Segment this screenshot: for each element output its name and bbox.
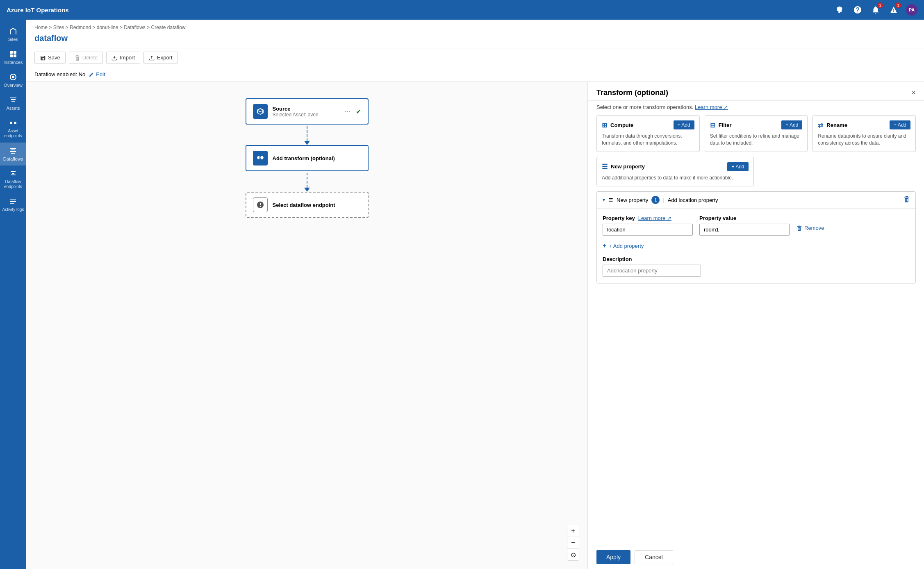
- top-navigation: Azure IoT Operations 1 1 PA: [0, 0, 924, 20]
- import-button[interactable]: Import: [106, 52, 140, 63]
- settings-icon[interactable]: [834, 4, 845, 16]
- apply-label: Apply: [606, 554, 621, 560]
- delete-label: Delete: [82, 54, 98, 61]
- breadcrumb: Home > Sites > Redmond > donut-line > Da…: [26, 20, 924, 32]
- sidebar-item-overview[interactable]: Overview: [0, 69, 26, 92]
- description-input[interactable]: [603, 265, 701, 277]
- rename-add-label: + Add: [894, 122, 906, 128]
- user-avatar[interactable]: PA: [906, 4, 917, 16]
- compute-title-text: Compute: [610, 122, 633, 128]
- compute-add-button[interactable]: + Add: [674, 120, 694, 129]
- add-property-plus: +: [603, 242, 606, 249]
- sidebar-item-dataflow-endpoints[interactable]: Dataflow endpoints: [0, 165, 26, 193]
- panel-header: Transform (optional) ×: [588, 82, 924, 101]
- svg-rect-3: [14, 54, 16, 57]
- zoom-reset-button[interactable]: ⊙: [567, 549, 579, 560]
- sidebar-label-dataflows: Dataflows: [3, 156, 23, 161]
- main-content: Home > Sites > Redmond > donut-line > Da…: [26, 20, 924, 569]
- property-key-learn-more[interactable]: Learn more ↗: [638, 215, 671, 221]
- source-more-icon[interactable]: ···: [344, 107, 350, 116]
- source-node[interactable]: Source Selected Asset: oven ··· ✔: [246, 98, 369, 125]
- remove-label: Remove: [804, 225, 824, 231]
- filter-card-desc: Set filter conditions to refine and mana…: [710, 133, 803, 147]
- sidebar-item-activity-logs[interactable]: Activity logs: [0, 193, 26, 216]
- remove-button[interactable]: Remove: [796, 225, 824, 231]
- edit-label: Edit: [96, 71, 105, 77]
- endpoint-node-info: Select dataflow endpoint: [273, 202, 361, 208]
- panel-scroll[interactable]: Select one or more transform operations.…: [588, 101, 924, 545]
- learn-more-link[interactable]: Learn more ↗: [695, 104, 728, 110]
- property-key-group: Property key Learn more ↗: [603, 215, 693, 236]
- svg-point-4: [12, 76, 14, 78]
- zoom-in-button[interactable]: +: [567, 525, 579, 537]
- edit-link[interactable]: Edit: [89, 71, 105, 77]
- property-value-input[interactable]: [699, 224, 790, 236]
- transform-node[interactable]: Add transform (optional): [246, 145, 369, 171]
- save-label: Save: [48, 54, 60, 61]
- panel-subtitle: Select one or more transform operations.…: [588, 101, 924, 115]
- import-label: Import: [120, 54, 135, 61]
- source-node-info: Source Selected Asset: oven: [273, 106, 340, 118]
- compute-card: ⊞ Compute + Add Transform data through c…: [596, 115, 700, 152]
- compute-card-header: ⊞ Compute + Add: [602, 120, 694, 129]
- endpoint-node-title: Select dataflow endpoint: [273, 202, 361, 208]
- rename-card: ⇄ Rename + Add Rename datapoints to ensu…: [812, 115, 916, 152]
- property-key-input[interactable]: [603, 224, 693, 236]
- rename-card-desc: Rename datapoints to ensure clarity and …: [818, 133, 910, 147]
- filter-card-header: ⊟ Filter + Add: [710, 120, 803, 129]
- zoom-out-button[interactable]: −: [567, 537, 579, 549]
- sidebar-label-asset-endpoints: Asset endpoints: [2, 129, 25, 138]
- source-node-title: Source: [273, 106, 340, 112]
- help-icon[interactable]: [852, 4, 863, 16]
- property-form: Property key Learn more ↗: [597, 209, 915, 283]
- nav-icons: 1 1 PA: [834, 4, 917, 16]
- compute-icon: ⊞: [602, 121, 607, 129]
- sidebar: Sites Instances Overview Assets Asset en…: [0, 20, 26, 569]
- arrow-1: [304, 141, 310, 145]
- delete-button[interactable]: Delete: [69, 52, 103, 63]
- sidebar-label-assets: Assets: [6, 106, 20, 111]
- sidebar-item-assets[interactable]: Assets: [0, 92, 26, 115]
- sidebar-label-activity-logs: Activity logs: [2, 207, 24, 212]
- delete-property-icon[interactable]: [903, 196, 910, 204]
- add-property-label: + Add property: [609, 243, 644, 249]
- flow-nodes: Source Selected Asset: oven ··· ✔: [26, 82, 587, 234]
- property-value-label: Property value: [699, 215, 790, 221]
- apply-button[interactable]: Apply: [596, 550, 630, 564]
- svg-rect-0: [10, 51, 13, 54]
- rename-add-button[interactable]: + Add: [890, 120, 910, 129]
- sidebar-label-dataflow-endpoints: Dataflow endpoints: [2, 179, 25, 189]
- connector-2: [304, 171, 310, 192]
- toolbar: Save Delete Import Export: [26, 48, 924, 67]
- endpoint-node[interactable]: Select dataflow endpoint: [246, 192, 369, 218]
- sidebar-item-dataflows[interactable]: Dataflows: [0, 143, 26, 165]
- alerts-icon[interactable]: 1: [888, 4, 899, 16]
- close-button[interactable]: ×: [911, 88, 916, 97]
- notification-badge: 1: [877, 2, 883, 8]
- sidebar-item-asset-endpoints[interactable]: Asset endpoints: [0, 115, 26, 143]
- separator: |: [663, 197, 664, 203]
- cancel-button[interactable]: Cancel: [635, 550, 673, 564]
- rename-icon: ⇄: [818, 121, 823, 129]
- add-property-button[interactable]: + + Add property: [603, 242, 644, 249]
- new-property-expanded-header: ▾ ☰ New property 1 | Add location proper…: [597, 192, 915, 209]
- expanded-header-left: ▾ ☰ New property 1 | Add location proper…: [603, 196, 718, 204]
- new-property-add-button[interactable]: + Add: [727, 162, 748, 171]
- sidebar-item-sites[interactable]: Sites: [0, 23, 26, 46]
- new-property-icon: ☰: [602, 163, 608, 170]
- filter-add-button[interactable]: + Add: [781, 120, 802, 129]
- export-button[interactable]: Export: [143, 52, 178, 63]
- sidebar-item-instances[interactable]: Instances: [0, 46, 26, 69]
- sidebar-label-instances: Instances: [3, 60, 23, 65]
- source-node-subtitle: Selected Asset: oven: [273, 112, 340, 118]
- property-key-label-text: Property key: [603, 215, 635, 221]
- new-property-card-header: ☰ New property + Add: [602, 162, 749, 171]
- notifications-icon[interactable]: 1: [870, 4, 881, 16]
- rename-card-header: ⇄ Rename + Add: [818, 120, 910, 129]
- svg-rect-1: [14, 51, 16, 54]
- export-label: Export: [157, 54, 173, 61]
- canvas-area: Source Selected Asset: oven ··· ✔: [26, 82, 924, 569]
- save-button[interactable]: Save: [34, 52, 66, 63]
- chevron-down-icon[interactable]: ▾: [603, 197, 605, 203]
- page-title: dataflow: [34, 34, 916, 43]
